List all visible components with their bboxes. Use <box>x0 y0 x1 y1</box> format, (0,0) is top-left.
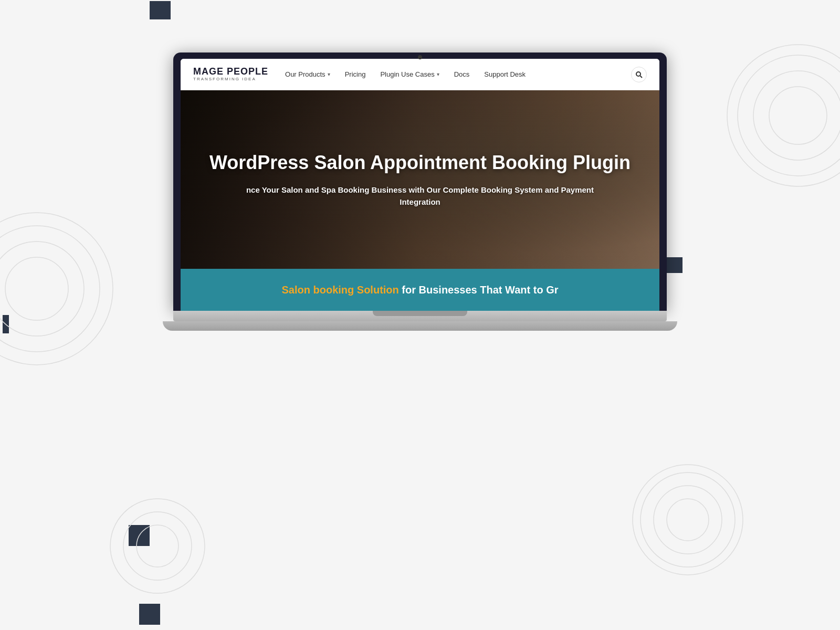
laptop-screen-frame: MAGE PEOPLE TRANSFORMING IDEA Our Produc… <box>173 52 667 311</box>
nav-our-products[interactable]: Our Products ▾ <box>285 70 330 78</box>
svg-point-4 <box>769 87 827 144</box>
svg-point-8 <box>667 499 709 541</box>
svg-point-2 <box>0 226 100 352</box>
decor-circle-bottom-left <box>105 494 210 598</box>
decor-circle-left <box>0 210 116 368</box>
logo-tagline: TRANSFORMING IDEA <box>193 77 268 82</box>
decor-square-1 <box>150 1 171 19</box>
decor-circle-bottom-right <box>630 462 746 578</box>
svg-point-11 <box>633 465 743 575</box>
chevron-down-icon-2: ▾ <box>437 71 439 77</box>
svg-point-9 <box>654 486 722 554</box>
laptop-camera <box>418 55 422 59</box>
laptop-bottom-bezel <box>173 311 667 321</box>
chevron-down-icon: ▾ <box>328 71 330 77</box>
hero-bottom-rest: for Businesses That Want to Gr <box>399 284 559 296</box>
nav-support-desk[interactable]: Support Desk <box>484 70 526 78</box>
search-button[interactable] <box>631 67 647 82</box>
nav-links: Our Products ▾ Pricing Plugin Use Cases … <box>285 70 631 78</box>
hero-content: WordPress Salon Appointment Booking Plug… <box>181 90 659 269</box>
decor-square-5 <box>139 604 160 625</box>
hero-section: WordPress Salon Appointment Booking Plug… <box>181 90 659 269</box>
svg-point-7 <box>727 45 840 186</box>
website-screen: MAGE PEOPLE TRANSFORMING IDEA Our Produc… <box>181 59 659 311</box>
search-icon <box>635 71 643 78</box>
svg-point-12 <box>136 525 178 567</box>
hero-bottom-highlight: Salon booking Solution <box>281 284 398 296</box>
svg-point-3 <box>0 213 113 365</box>
nav-pricing[interactable]: Pricing <box>345 70 366 78</box>
nav-docs[interactable]: Docs <box>454 70 470 78</box>
nav-plugin-use-cases[interactable]: Plugin Use Cases ▾ <box>380 70 439 78</box>
svg-line-16 <box>640 76 643 78</box>
website: MAGE PEOPLE TRANSFORMING IDEA Our Produc… <box>181 59 659 311</box>
decor-square-2 <box>667 257 682 273</box>
hero-title: WordPress Salon Appointment Booking Plug… <box>209 151 631 174</box>
svg-point-0 <box>5 257 68 320</box>
hero-bottom-bar: Salon booking Solution for Businesses Th… <box>181 269 659 311</box>
svg-point-1 <box>0 242 84 336</box>
navigation: MAGE PEOPLE TRANSFORMING IDEA Our Produc… <box>181 59 659 90</box>
laptop-base <box>163 321 677 331</box>
laptop-mockup: MAGE PEOPLE TRANSFORMING IDEA Our Produc… <box>173 52 667 331</box>
laptop-hinge <box>373 311 467 316</box>
site-logo[interactable]: MAGE PEOPLE TRANSFORMING IDEA <box>193 67 268 82</box>
logo-name: MAGE PEOPLE <box>193 67 268 77</box>
svg-point-10 <box>640 472 735 567</box>
decor-circle-right <box>724 42 840 189</box>
svg-point-14 <box>110 499 205 593</box>
svg-point-15 <box>636 72 640 76</box>
svg-point-13 <box>123 512 192 580</box>
hero-subtitle: nce Your Salon and Spa Booking Business … <box>236 184 604 208</box>
hero-bottom-text: Salon booking Solution for Businesses Th… <box>281 284 558 296</box>
